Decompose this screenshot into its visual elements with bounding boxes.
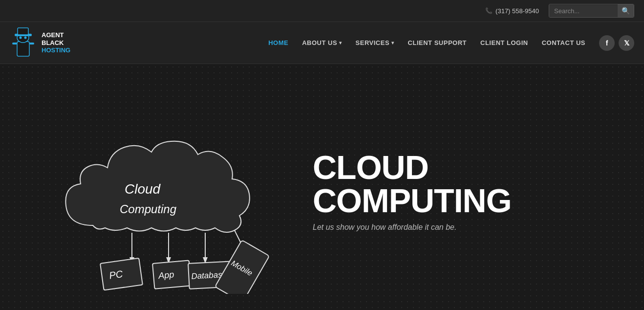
search-button[interactable]: 🔍 [618, 4, 634, 17]
svg-text:App: App [157, 269, 174, 281]
cloud-illustration: Cloud Computing PC [29, 89, 283, 294]
svg-rect-6 [12, 43, 17, 44]
search-wrap: 🔍 [549, 4, 634, 18]
hero-content: Cloud Computing PC [0, 89, 644, 294]
svg-rect-3 [18, 28, 28, 35]
twitter-button[interactable]: 𝕏 [619, 35, 634, 51]
nav-home[interactable]: HOME [262, 35, 294, 50]
nav-client-login[interactable]: CLIENT LOGIN [474, 35, 534, 50]
svg-rect-0 [17, 42, 29, 56]
chevron-down-icon: ▾ [391, 40, 394, 45]
hero-title: CLOUD COMPUTING [313, 151, 615, 217]
nav-services[interactable]: SERVICES ▾ [350, 35, 400, 50]
svg-point-4 [20, 37, 22, 39]
header: AGENT BLACK HOSTING HOME ABOUT US ▾ SERV… [0, 22, 644, 64]
hero-text: CLOUD COMPUTING Let us show you how affo… [283, 151, 615, 232]
logo-icon [10, 27, 37, 59]
nav-about-us[interactable]: ABOUT US ▾ [296, 35, 347, 50]
hero-subtitle: Let us show you how affordable it can be… [313, 223, 615, 232]
logo-line2: BLACK [42, 39, 70, 47]
nav-client-support[interactable]: CLIENT SUPPORT [402, 35, 472, 50]
facebook-button[interactable]: f [599, 35, 615, 51]
top-bar: 📞 (317) 558-9540 🔍 [0, 0, 644, 22]
nav-contact-us[interactable]: CONTACT US [536, 35, 591, 50]
social-icons: f 𝕏 [599, 35, 634, 51]
phone-display: 📞 (317) 558-9540 [485, 7, 539, 15]
hero-section: Cloud Computing PC [0, 64, 644, 310]
logo-line3: HOSTING [42, 46, 70, 54]
logo-text: AGENT BLACK HOSTING [42, 31, 70, 54]
logo[interactable]: AGENT BLACK HOSTING [10, 27, 70, 59]
svg-point-5 [24, 37, 27, 39]
phone-number: (317) 558-9540 [495, 7, 539, 15]
search-input[interactable] [549, 5, 618, 17]
svg-text:Cloud: Cloud [125, 181, 161, 197]
svg-text:PC: PC [108, 268, 124, 281]
chevron-down-icon: ▾ [339, 40, 342, 45]
svg-rect-7 [29, 43, 34, 44]
logo-line1: AGENT [42, 31, 70, 39]
svg-text:Computing: Computing [120, 202, 177, 216]
phone-icon: 📞 [485, 7, 493, 14]
main-nav: HOME ABOUT US ▾ SERVICES ▾ CLIENT SUPPOR… [262, 35, 591, 50]
